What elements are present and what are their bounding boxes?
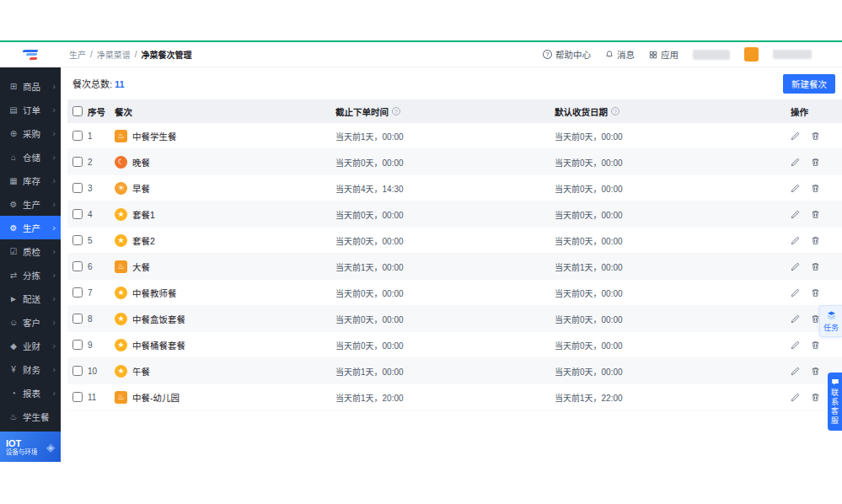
sidebar-item[interactable]: ¥ 财务 › (0, 357, 61, 381)
row-checkbox[interactable] (72, 183, 83, 193)
create-meal-button[interactable]: 新建餐次 (783, 74, 835, 94)
sidebar-item-icon: ▦ (8, 176, 19, 185)
trash-icon (811, 262, 820, 271)
row-checkbox[interactable] (72, 209, 83, 219)
sidebar-item[interactable]: ◆ 业财 › (0, 334, 61, 357)
sidebar-item[interactable]: ⚙ 生产 › (0, 192, 61, 216)
sidebar-item[interactable]: ♨ 学生餐 (0, 405, 61, 428)
edit-button[interactable] (791, 367, 800, 376)
chevron-right-icon: › (52, 81, 56, 91)
trash-icon (811, 340, 820, 350)
sidebar-menu: ⊞ 商品 › ▤ 订单 › ⊕ 采购 › ⌂ 仓储 › ▦ 库存 › ⚙ 生产 … (0, 67, 61, 432)
main-content: 餐次总数:11 新建餐次 序号 餐次 截止下单时间 ? 默认收 (61, 67, 842, 462)
apps-button[interactable]: 应用 (649, 48, 678, 61)
row-checkbox[interactable] (72, 131, 83, 141)
delete-button[interactable] (811, 236, 820, 245)
row-checkbox[interactable] (72, 235, 83, 245)
sidebar-item-icon: ♨ (8, 412, 19, 421)
edit-button[interactable] (791, 131, 800, 141)
edit-button[interactable] (791, 288, 800, 298)
chevron-right-icon: › (52, 199, 56, 209)
sidebar-item[interactable]: ► 配送 › (0, 287, 61, 310)
user-avatar[interactable] (744, 47, 759, 62)
trash-icon (811, 131, 820, 141)
info-icon[interactable]: ? (611, 107, 619, 115)
col-header-receive-date: 默认收货日期 ? (555, 105, 791, 118)
breadcrumb-item[interactable]: 生产 (69, 48, 86, 61)
row-checkbox[interactable] (72, 392, 83, 402)
sidebar-item[interactable]: ☑ 质检 › (0, 239, 61, 263)
order-deadline: 当天前0天，00:00 (335, 156, 555, 169)
sidebar-item-label: 质检 (23, 245, 48, 258)
meal-icon: ☀ (115, 182, 127, 195)
breadcrumb-item[interactable]: 净菜菜谱 (97, 48, 131, 61)
sidebar-item[interactable]: ▤ 订单 › (0, 98, 61, 121)
order-deadline: 当天前1天，00:00 (335, 260, 555, 273)
sidebar-item-icon: ⊕ (8, 129, 19, 138)
delete-button[interactable] (811, 393, 820, 402)
chevron-right-icon: › (52, 152, 56, 162)
receive-date: 当天前0天，00:00 (555, 208, 791, 221)
meal-name: 中餐学生餐 (132, 130, 177, 142)
sidebar-item[interactable]: ⚙ 生产 › (0, 216, 61, 239)
redacted-company-name (693, 50, 730, 60)
delete-button[interactable] (811, 210, 820, 219)
edit-button[interactable] (791, 210, 800, 219)
messages-button[interactable]: 消息 (605, 48, 635, 61)
chevron-right-icon: › (52, 223, 56, 233)
sidebar-item-label: 生产 (23, 198, 48, 211)
task-float-button[interactable]: 任务 (819, 305, 842, 337)
pencil-icon (791, 131, 800, 141)
row-checkbox[interactable] (72, 287, 83, 298)
edit-button[interactable] (791, 236, 800, 245)
delete-button[interactable] (811, 340, 820, 350)
sidebar-item[interactable]: ⊞ 商品 › (0, 74, 61, 98)
sidebar-item[interactable]: ⇄ 分拣 › (0, 263, 61, 287)
edit-button[interactable] (791, 184, 800, 193)
row-checkbox[interactable] (72, 157, 83, 167)
trash-icon (811, 236, 820, 245)
sidebar-item-icon: ◔ (8, 389, 19, 398)
app-logo[interactable] (0, 48, 61, 61)
meal-name: 中餐桶餐套餐 (132, 339, 185, 351)
edit-button[interactable] (791, 158, 800, 167)
trash-icon (811, 393, 820, 402)
meal-name: 套餐2 (132, 234, 155, 247)
delete-button[interactable] (811, 184, 820, 193)
help-center-button[interactable]: ? 帮助中心 (543, 48, 591, 61)
edit-button[interactable] (791, 314, 800, 324)
sidebar-item-label: 仓储 (23, 151, 48, 164)
sidebar-item[interactable]: ◔ 报表 › (0, 381, 61, 405)
row-checkbox[interactable] (72, 261, 83, 271)
row-checkbox[interactable] (72, 340, 83, 350)
row-number: 10 (88, 367, 115, 376)
breadcrumb: 生产/ 净菜菜谱/ 净菜餐次管理 (69, 48, 192, 61)
edit-button[interactable] (791, 262, 800, 271)
sidebar-item[interactable]: ⌂ 仓储 › (0, 145, 61, 169)
info-icon[interactable]: ? (392, 107, 400, 115)
delete-button[interactable] (811, 131, 820, 141)
trash-icon (811, 288, 820, 298)
delete-button[interactable] (811, 262, 820, 271)
sidebar-item-label: 配送 (23, 292, 48, 305)
meal-name: 早餐 (132, 182, 150, 195)
contact-service-button[interactable]: 联系客服 (828, 373, 842, 431)
pencil-icon (791, 340, 800, 350)
sidebar-item[interactable]: ▦ 库存 › (0, 169, 61, 192)
sidebar-iot-entry[interactable]: IOT 设备与环境 ◈ (0, 432, 61, 462)
delete-button[interactable] (811, 288, 820, 298)
help-icon: ? (543, 50, 552, 59)
sidebar-item-icon: ⇄ (8, 271, 19, 280)
select-all-checkbox[interactable] (72, 106, 83, 116)
chevron-right-icon: › (52, 364, 56, 374)
edit-button[interactable] (791, 340, 800, 350)
delete-button[interactable] (811, 367, 820, 376)
row-checkbox[interactable] (72, 366, 83, 376)
logo-mark-icon (23, 48, 38, 61)
sidebar-item[interactable]: ⊕ 采购 › (0, 121, 61, 145)
delete-button[interactable] (811, 158, 820, 167)
edit-button[interactable] (791, 393, 800, 402)
order-deadline: 当天前4天，14:30 (335, 182, 555, 195)
sidebar-item[interactable]: ☺ 客户 › (0, 310, 61, 334)
row-checkbox[interactable] (72, 314, 83, 324)
